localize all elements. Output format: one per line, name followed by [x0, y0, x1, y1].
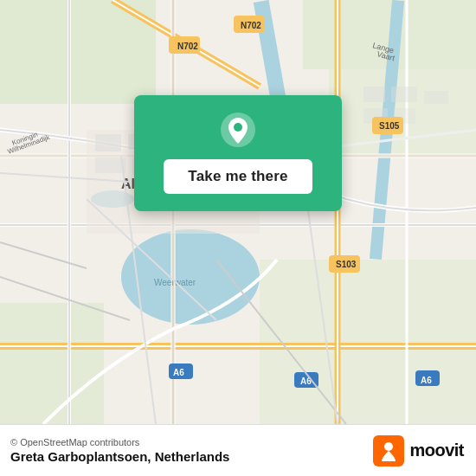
- svg-text:N702: N702: [241, 21, 261, 30]
- svg-text:N702: N702: [177, 42, 198, 51]
- bottom-bar: © OpenStreetMap contributors Greta Garbo…: [0, 424, 476, 476]
- svg-rect-4: [0, 303, 104, 424]
- svg-rect-5: [260, 260, 476, 424]
- moovit-logo: moovit: [373, 435, 464, 466]
- svg-point-68: [234, 123, 242, 132]
- svg-text:S103: S103: [336, 260, 357, 269]
- location-name: Greta Garboplantsoen, Netherlands: [10, 449, 229, 464]
- moovit-text: moovit: [409, 441, 464, 460]
- take-me-there-button[interactable]: Take me there: [164, 159, 312, 194]
- osm-credit: © OpenStreetMap contributors: [10, 437, 229, 447]
- svg-rect-35: [391, 87, 417, 102]
- svg-rect-26: [95, 134, 121, 151]
- map-svg: N702 N702 S103 S105 A6 A6 A6 Alm Weerwat…: [0, 0, 476, 424]
- svg-point-70: [384, 442, 393, 451]
- svg-text:S105: S105: [379, 121, 400, 131]
- location-pin-icon: [219, 111, 257, 149]
- map-view: N702 N702 S103 S105 A6 A6 A6 Alm Weerwat…: [0, 0, 476, 424]
- navigation-popup: Take me there: [134, 95, 342, 211]
- location-info: © OpenStreetMap contributors Greta Garbo…: [10, 437, 229, 464]
- svg-rect-34: [363, 87, 385, 102]
- svg-rect-36: [424, 91, 448, 104]
- svg-text:A6: A6: [173, 368, 184, 377]
- svg-text:A6: A6: [421, 376, 432, 385]
- moovit-brand-icon: [373, 435, 404, 466]
